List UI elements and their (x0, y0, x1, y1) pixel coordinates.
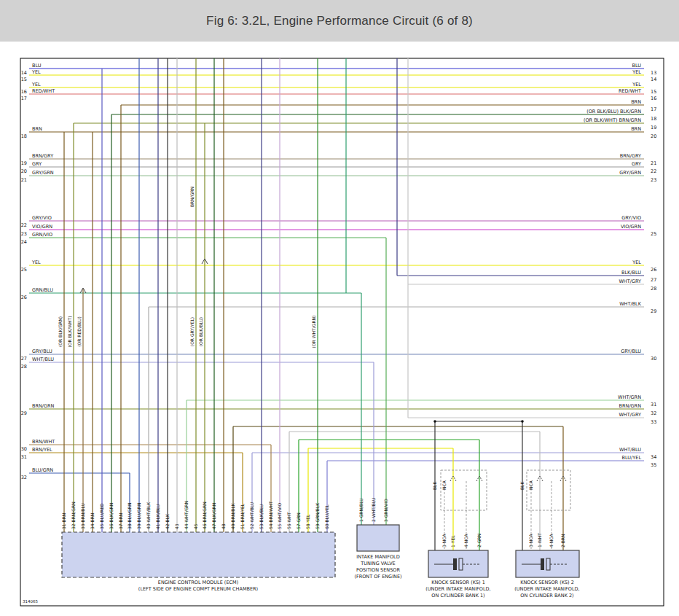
ecm-pin-label: 48 (221, 523, 226, 529)
ecm-pin-label: 43 (174, 523, 179, 529)
right-pin-number: 13 (651, 70, 656, 76)
ecm-pin-label: 35 BLU/RED (99, 503, 104, 529)
wire-label-left: GRN/VIO (32, 232, 52, 238)
ecm-pin-label: 59 GRN/BLK (315, 502, 320, 529)
ecm-pin-label: 57 GRN (296, 512, 301, 529)
left-pin-number: 26 (21, 295, 27, 300)
wire-label-right: (OR BLK/BLU) BLK/GRN (586, 109, 641, 114)
ecm-pin-label: 42 BLK (165, 513, 170, 529)
knock-sensor-2-pin-label: 4 NCA (549, 534, 554, 547)
wire-label-right: WHT/BLK (619, 301, 642, 307)
wire-label-right: BRN (631, 126, 641, 132)
left-pin-number: 14 (21, 70, 27, 76)
left-pin-number: 23 (21, 231, 27, 237)
left-pin-number: 22 (21, 222, 27, 228)
right-pin-number: 19 (651, 125, 656, 130)
wire-label-left: GRN/BLU (32, 287, 53, 293)
ecm-pin-label: 39 BLU/GRN (136, 503, 141, 529)
wire-label-right: BLU (632, 63, 641, 69)
ecm-pin-label: 36 BLK/GRN (109, 503, 114, 529)
wire-label-right: (OR BLK/WHT) BRN/GRN (584, 117, 641, 123)
left-pin-number: 19 (21, 160, 27, 166)
ecm-pin-label: 53 BLK/BLU (259, 504, 264, 529)
ecm-pin-label: 52 WHT/BLU (249, 502, 254, 529)
ecm-pin-label: 34 BRN (90, 513, 95, 529)
ecm-pin-label: 60 BLU/YEL (324, 504, 329, 529)
wire-label-left: VIO/GRN (32, 224, 52, 230)
ecm-pin-label: 37 BRN (118, 513, 123, 529)
figure-title-bar: Fig 6: 3.2L, Engine Performance Circuit … (0, 0, 679, 42)
wire-label-right: BRN/GRY (620, 153, 641, 159)
wire-label-right: GRY/GRN (619, 170, 641, 176)
wire-label-right: BRN/GRN (619, 403, 642, 409)
knock-sensor-2-shield-box (527, 470, 570, 510)
right-pin-number: 18 (651, 116, 656, 122)
left-pin-number: 28 (21, 364, 27, 370)
wire-label-right: GRY/BLU (621, 348, 641, 354)
knock-sensor-1-caption: ON CYLINDER BANK 1) (431, 593, 484, 599)
knock-sensor-1-pin-label: 4 NCA (463, 534, 468, 547)
intake-sensor-box (357, 525, 399, 551)
diagram-id: 314065 (23, 599, 38, 604)
right-pin-number: 15 (651, 89, 656, 95)
wire-alt-label: (OR RED/BLU) (76, 316, 82, 347)
wire-label-right: WHT/GRY (619, 412, 641, 418)
left-pin-number: 30 (21, 446, 27, 452)
right-pin-number: 21 (651, 160, 656, 166)
knock-sensor-1-pin-label: 2 GRN (476, 534, 482, 547)
wire-label-left: BLU/GRN (32, 467, 53, 473)
intake-sensor-pin-label: 2 WHT/BLU (371, 498, 376, 522)
knock-sensor-2-caption: KNOCK SENSOR (KS) 2 (520, 580, 574, 585)
ecm-pin-label: 32 BRN/GRN (71, 502, 76, 529)
ecm-pin-label: 38 BLU/GRN (127, 503, 132, 529)
left-pin-number: 21 (21, 177, 27, 183)
knock-sensor-2-pin-label: 2 BRN (560, 534, 565, 548)
right-pin-number: 29 (651, 308, 656, 314)
wire-label-right: GRY (632, 161, 641, 167)
wire-label-right: WHT/GRY (619, 278, 641, 284)
knock-sensor-2-caption: (UNDER INTAKE MANIFOLD, (514, 586, 579, 592)
wire-alt-label: (OR BLK/GRN) (58, 316, 63, 347)
ecm-pin-label: 44 WHT/GRN (184, 501, 189, 529)
left-pin-number: 15 (21, 77, 27, 82)
wire-label-right: YEL (632, 82, 641, 87)
right-pin-number: 32 (651, 410, 656, 416)
right-pin-number: 31 (651, 402, 656, 408)
ecm-pin-label: 55 WHT/VIO (277, 502, 282, 529)
ecm-caption: (LEFT SIDE OF ENGINE COMPT PLENUM CHAMBE… (138, 586, 258, 592)
wire-label-right: VIO/GRN (621, 224, 641, 230)
intake-sensor-caption: POSITION SENSOR (356, 567, 400, 573)
ecm-pin-label: 58 YEL (305, 514, 310, 529)
wire-label-right: YEL (632, 69, 641, 75)
ecm-pin-label: 49 BRN/BLK (230, 502, 235, 529)
knock-sensor-1-wire-label: NCA (441, 480, 447, 490)
wire-label-right: BLU/YEL (622, 455, 642, 461)
ecm-pin-label: 31 BRN (61, 513, 66, 529)
intake-sensor-caption: INTAKE MANIFOLD (356, 554, 399, 560)
wire-label-right: GRY/VIO (621, 215, 641, 221)
wire-label-left: BRN/GRN (32, 403, 55, 409)
wire-label-left: BRN/YEL (32, 447, 52, 453)
left-pin-number: 29 (21, 410, 27, 416)
knock-sensor-2-wire-label: NCA (528, 480, 533, 490)
left-pin-number: 18 (21, 133, 27, 139)
right-pin-number: 25 (651, 231, 656, 237)
knock-sensor-1-caption: (UNDER INTAKE MANIFOLD, (425, 586, 490, 592)
right-pin-number: 14 (651, 77, 656, 82)
wire-alt-label: (OR BLK/WHT) (67, 316, 72, 347)
wire-label-left: GRY/VIO (32, 215, 52, 221)
left-pin-number: 25 (21, 267, 27, 273)
wire-label-right: RED/WHT (619, 88, 641, 94)
ecm-pin-label: 33 BRN/BLU (80, 503, 85, 529)
left-pin-number: 32 (21, 475, 27, 480)
intake-sensor-caption: (FRONT OF ENGINE) (354, 574, 401, 580)
right-pin-number: 28 (651, 286, 656, 292)
right-pin-number: 35 (651, 462, 656, 468)
knock-sensor-2-piezo-element (541, 558, 544, 570)
left-pin-number: 17 (21, 95, 27, 101)
wire-label-right: YEL (632, 260, 641, 265)
ecm-pin-label: 40 WHT/BLK (146, 502, 151, 529)
left-pin-number: 20 (21, 168, 27, 174)
left-pin-number: 31 (21, 454, 27, 460)
knock-sensor-2-pin-label: 1 WHT (537, 533, 542, 547)
